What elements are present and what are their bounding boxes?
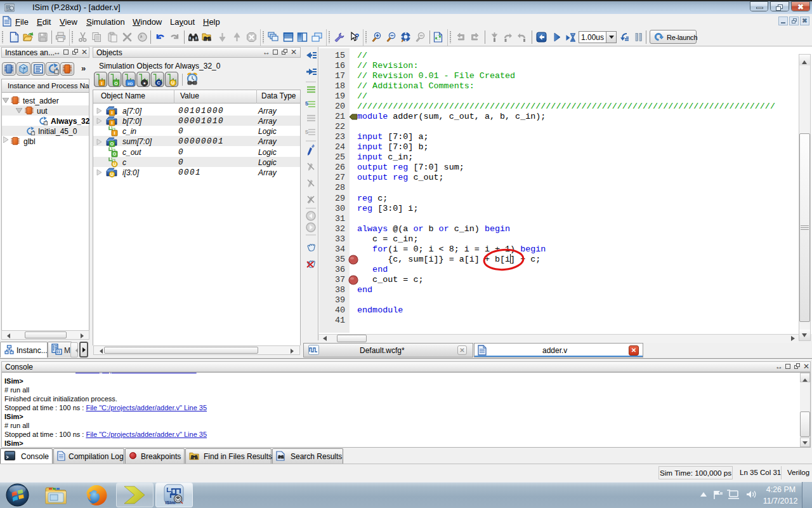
svg-text:5: 5 [305,129,308,135]
svg-text:5: 5 [305,100,308,107]
svg-text:?: ? [355,32,359,41]
svg-text:ISIm: ISIm [166,500,176,505]
